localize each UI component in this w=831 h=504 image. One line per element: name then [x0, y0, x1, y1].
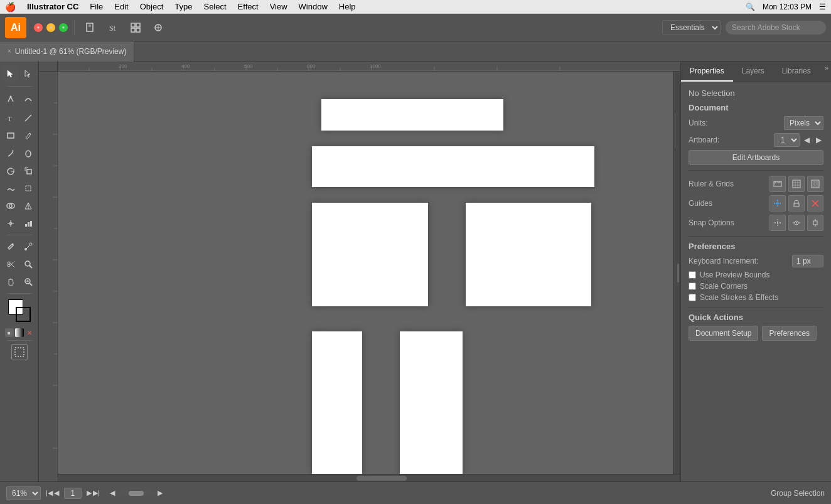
menu-help[interactable]: Help [334, 0, 361, 14]
character-styles-btn[interactable]: St [104, 18, 122, 37]
new-doc-btn[interactable] [81, 18, 100, 37]
scroll-thumb[interactable] [129, 491, 144, 496]
clear-guides-btn[interactable] [807, 195, 823, 212]
keyboard-increment-input[interactable] [792, 255, 823, 267]
pixel-grid-btn[interactable] [807, 176, 823, 192]
rotate-tool-btn[interactable] [3, 163, 19, 179]
artboard-next-btn[interactable]: ▶ [814, 135, 823, 145]
use-preview-bounds-checkbox[interactable] [689, 271, 696, 279]
document-setup-btn[interactable]: Document Setup [689, 326, 758, 341]
scale-tool-btn[interactable] [20, 163, 36, 179]
scroll-right-btn[interactable]: ▶ [158, 489, 163, 497]
snap-to-pixel-btn[interactable] [807, 215, 823, 231]
bar-chart-btn[interactable] [20, 215, 36, 232]
svg-rect-82 [816, 181, 818, 183]
units-select[interactable]: Pixels [784, 116, 823, 130]
artboard-prev-btn[interactable]: ◀ [802, 135, 812, 145]
artboard-select[interactable]: 1 [774, 133, 800, 147]
menu-object[interactable]: Object [135, 0, 169, 14]
svg-rect-75 [793, 180, 800, 188]
tab-layers[interactable]: Layers [733, 62, 773, 82]
color-mode-btn[interactable]: ■ [5, 328, 14, 337]
mesh-tool-btn[interactable] [3, 215, 19, 232]
svg-rect-4 [131, 23, 135, 27]
pencil-tool-btn[interactable] [20, 127, 36, 144]
ruler-horizontal: 200 400 600 800 1000 [58, 62, 680, 72]
gradient-btn[interactable] [15, 328, 24, 337]
artboard-label: Artboard: [689, 136, 770, 144]
search-input[interactable] [726, 21, 826, 35]
selection-tool-btn[interactable] [3, 65, 19, 82]
ruler-icon-btn[interactable] [769, 176, 786, 192]
menu-type[interactable]: Type [169, 0, 197, 14]
arrange-btn[interactable] [126, 18, 145, 37]
last-artboard-btn[interactable]: ▶| [93, 489, 100, 497]
panel-expand-btn[interactable]: » [822, 62, 831, 82]
close-window-btn[interactable]: ● [34, 23, 43, 32]
zoom-tool-btn[interactable] [20, 256, 36, 272]
perspective-btn[interactable] [20, 198, 36, 214]
document-tab[interactable]: × Untitled-1 @ 61% (RGB/Preview) [0, 41, 134, 62]
lock-guides-btn[interactable] [788, 195, 805, 212]
menu-file[interactable]: File [85, 0, 108, 14]
blob-brush-btn[interactable] [20, 145, 36, 161]
edit-artboards-btn[interactable]: Edit Artboards [689, 150, 823, 165]
panel-collapse-handle[interactable] [675, 72, 680, 474]
svg-point-15 [26, 151, 31, 157]
scissors-tool-btn[interactable] [3, 256, 19, 272]
scroll-left-btn[interactable]: ◀ [110, 489, 115, 497]
show-guides-btn[interactable] [769, 195, 786, 212]
preferences-btn[interactable]: Preferences [762, 326, 817, 341]
zoom-select[interactable]: 61% [6, 486, 41, 500]
shape-builder-btn[interactable] [3, 198, 19, 214]
app-name[interactable]: Illustrator CC [22, 0, 83, 14]
free-transform-btn[interactable] [20, 180, 36, 196]
ruler-grids-icons [769, 176, 823, 192]
snap-to-point-btn[interactable] [788, 215, 805, 231]
horizontal-scrollbar[interactable] [58, 474, 680, 481]
tab-libraries[interactable]: Libraries [773, 62, 820, 82]
warp-tool-btn[interactable] [3, 180, 19, 196]
color-swatches[interactable] [8, 299, 31, 322]
main-layout: T [0, 62, 831, 481]
none-btn[interactable]: ✕ [25, 328, 34, 337]
maximize-window-btn[interactable]: ● [59, 23, 68, 32]
type-tool-btn[interactable]: T [3, 110, 19, 126]
pen-tool-btn[interactable] [3, 91, 19, 107]
paintbrush-tool-btn[interactable] [3, 145, 19, 161]
tab-properties[interactable]: Properties [681, 62, 733, 82]
menu-effect[interactable]: Effect [233, 0, 264, 14]
snap-to-grid-btn[interactable] [769, 215, 786, 231]
view-mode-toggle: ◀ ▶ [110, 489, 163, 497]
curvature-tool-btn[interactable] [20, 91, 36, 107]
grid-icon-btn[interactable] [788, 176, 805, 192]
direct-selection-tool-btn[interactable] [20, 65, 36, 82]
menu-view[interactable]: View [265, 0, 292, 14]
blend-tool-btn[interactable] [20, 239, 36, 255]
line-tool-btn[interactable] [20, 110, 36, 126]
menu-extra-icon[interactable]: ☰ [819, 3, 826, 11]
prev-artboard-btn[interactable]: ◀ [54, 489, 59, 497]
spotlight-icon[interactable]: 🔍 [746, 3, 755, 11]
first-artboard-btn[interactable]: |◀ [46, 489, 53, 497]
workspace-select[interactable]: Essentials [662, 20, 721, 35]
eyedropper-btn[interactable] [3, 239, 19, 255]
scale-strokes-checkbox[interactable] [689, 294, 696, 301]
next-artboard-btn[interactable]: ▶ [87, 489, 92, 497]
menu-select[interactable]: Select [198, 0, 231, 14]
stroke-swatch[interactable] [16, 307, 31, 322]
svg-text:St: St [109, 24, 116, 33]
apple-menu[interactable]: 🍎 [5, 2, 16, 12]
scrollbar-thumb-h[interactable] [357, 476, 407, 481]
zoom-in-btn[interactable] [20, 274, 36, 290]
hand-tool-btn[interactable] [3, 274, 19, 290]
draw-mode-btn[interactable] [11, 344, 28, 360]
rectangle-tool-btn[interactable] [3, 127, 19, 144]
menu-edit[interactable]: Edit [109, 0, 133, 14]
minimize-window-btn[interactable]: ● [46, 23, 55, 32]
artboard-number-input[interactable] [64, 488, 82, 499]
transform-btn[interactable] [149, 18, 168, 37]
menu-window[interactable]: Window [294, 0, 333, 14]
scale-corners-checkbox[interactable] [689, 282, 696, 290]
tab-close-btn[interactable]: × [8, 48, 11, 55]
